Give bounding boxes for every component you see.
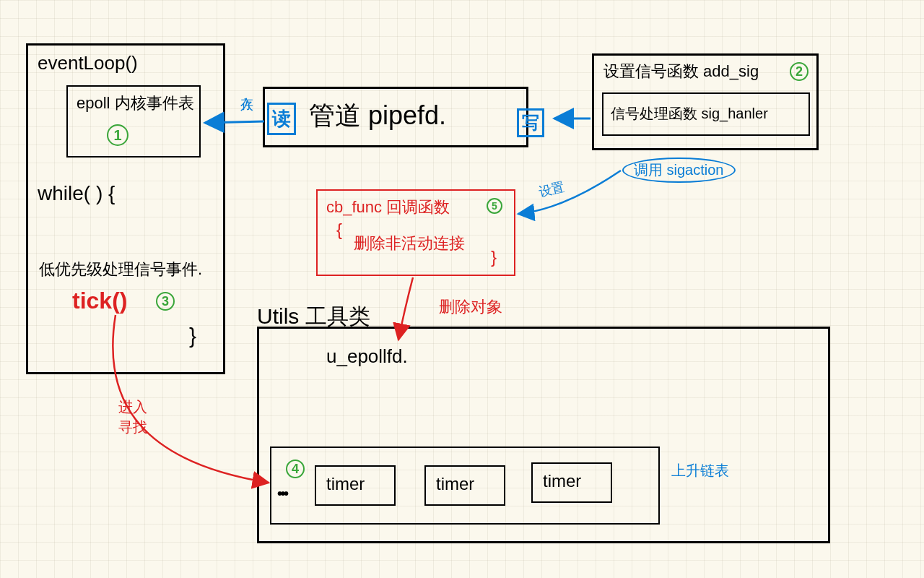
timer-label-3: timer xyxy=(543,471,581,491)
num-5: 5 xyxy=(487,198,502,214)
sigaction-label: 调用 sigaction xyxy=(622,158,736,183)
num-1: 1 xyxy=(107,124,128,146)
delete-obj-label: 删除对象 xyxy=(439,296,502,318)
while-label: while( ) { xyxy=(38,182,115,205)
num-3: 3 xyxy=(156,292,175,311)
num-4: 4 xyxy=(286,460,305,478)
signal-title: 设置信号函数 add_sig xyxy=(603,61,759,82)
timer-label-2: timer xyxy=(436,474,474,494)
pipe-read-icon: 读 xyxy=(267,103,296,135)
enter-find-label-2: 寻找 xyxy=(118,418,147,437)
cbfunc-title: cb_func 回调函数 xyxy=(326,197,450,218)
cbfunc-body: 删除非活动连接 xyxy=(354,233,465,254)
epoll-label: epoll 内核事件表 xyxy=(77,92,194,114)
utils-epollfd: u_epollfd. xyxy=(326,345,408,368)
close-brace: } xyxy=(189,324,196,348)
set-label: 设置 xyxy=(537,178,566,201)
eventloop-title: eventLoop() xyxy=(38,52,138,74)
uplink-label: 上升链表 xyxy=(671,461,729,480)
low-priority-label: 低优先级处理信号事件. xyxy=(39,259,202,280)
signal-handler-label: 信号处理函数 sig_hanler xyxy=(611,104,768,124)
cbfunc-close: } xyxy=(491,247,497,267)
timer-label-1: timer xyxy=(326,474,365,494)
enter-find-label-1: 进入 xyxy=(118,397,147,417)
tick-label: tick() xyxy=(72,288,127,314)
timer-dots: • • • xyxy=(277,486,286,502)
num-2: 2 xyxy=(790,62,808,81)
cbfunc-open: { xyxy=(336,220,342,240)
pipe-title: 管道 pipefd. xyxy=(309,98,446,134)
pipe-write-icon: 写 xyxy=(517,108,544,137)
